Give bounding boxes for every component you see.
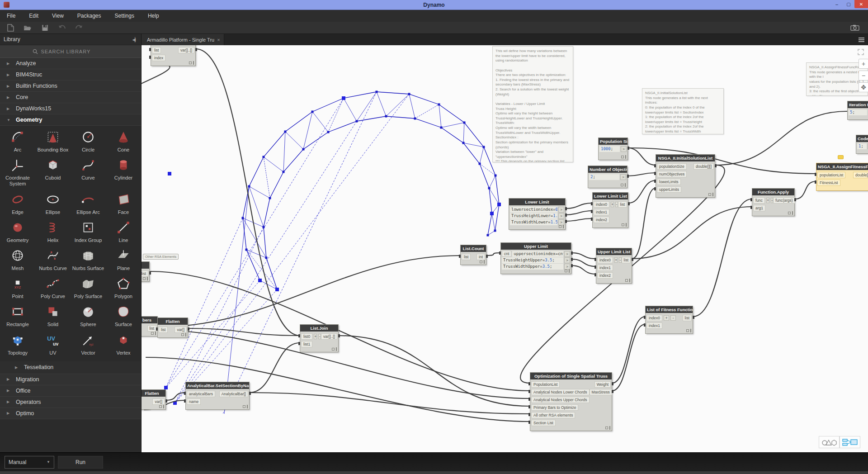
zoom-out-button[interactable]: − [859, 71, 868, 81]
output-port-icon[interactable]: > [558, 207, 564, 213]
node-list-count[interactable]: List.Countlistint [460, 245, 486, 265]
library-item-topology[interactable]: Topology [0, 331, 35, 359]
lacing-icons[interactable] [788, 211, 793, 215]
run-mode-select[interactable]: Manual ▼ [5, 456, 54, 469]
library-item-curve[interactable]: Curve [71, 156, 106, 190]
library-item-mesh[interactable]: Mesh [0, 246, 35, 274]
lacing-icons[interactable] [621, 183, 626, 187]
output-port-func-args-[interactable]: func(args) [773, 197, 795, 204]
input-port-index1[interactable]: index1 [646, 322, 662, 329]
library-item-solid[interactable]: Solid [35, 302, 71, 330]
new-file-icon[interactable] [4, 23, 17, 33]
input-port-index[interactable]: index [152, 55, 165, 61]
code-line[interactable]: TrussWidthLower=1.5; [510, 219, 557, 225]
library-item-helix[interactable]: Helix [35, 218, 71, 246]
lacing-icons[interactable] [181, 333, 186, 337]
input-port-list0[interactable]: list0 [301, 333, 312, 340]
library-item-nurbs-surface[interactable]: Nurbs Surface [71, 246, 106, 274]
menu-file[interactable]: File [0, 10, 22, 22]
lacing-icons[interactable] [708, 193, 713, 196]
output-port-var-[interactable]: var[]..[] [178, 47, 194, 53]
node-canvas[interactable]: This wil define how many variations betw… [142, 45, 868, 452]
lacing-icons[interactable] [605, 426, 610, 430]
input-port-index0[interactable]: index0 [646, 315, 662, 321]
output-port-list[interactable]: list [618, 201, 627, 208]
menu-settings[interactable]: Settings [108, 10, 141, 22]
node-upper-limit-list[interactable]: Upper Limit Listindex0+-listindex1index2 [596, 248, 632, 284]
node-population-size[interactable]: Population Size1000;> [598, 137, 628, 160]
node-function-apply[interactable]: Function.Applyfunc+-func(args)arg1 [752, 188, 795, 216]
library-category-geometry[interactable]: ▼Geometry [0, 114, 141, 126]
lacing-icons[interactable] [243, 405, 248, 408]
add-input-button[interactable]: + [614, 257, 618, 263]
node-members-cut[interactable]: berslist [142, 316, 158, 337]
redo-icon[interactable] [72, 23, 86, 33]
code-line[interactable]: 5; [849, 109, 867, 115]
geometry-view-button[interactable] [819, 436, 840, 448]
input-port-section-list[interactable]: Section List [531, 420, 556, 426]
menu-help[interactable]: Help [141, 10, 166, 22]
node-analyticalbar-setsectionbyname[interactable]: AnalyticalBar.SetSectionByNameanalytical… [185, 382, 250, 410]
lacing-icons[interactable] [143, 277, 148, 280]
note-nsga-initial[interactable]: NSGA_II.InitialSolutionList This node ge… [642, 88, 724, 134]
output-port-analyticalbar-[interactable]: AnalyticalBar[] [219, 391, 248, 397]
add-input-button[interactable]: + [766, 198, 769, 203]
input-port-arg1[interactable]: arg1 [753, 205, 765, 211]
output-port-list[interactable]: list [147, 325, 156, 332]
output-port-var-[interactable]: var[] [152, 398, 165, 405]
library-item-vector[interactable]: xyzVector [71, 331, 106, 359]
lacing-icons[interactable] [151, 332, 156, 335]
input-port-populationlist[interactable]: populationList [817, 172, 845, 178]
input-port-upperlimits[interactable]: upperLimits [657, 186, 681, 193]
lacing-icons[interactable] [559, 225, 564, 228]
library-category-optimo[interactable]: ▶Optimo [0, 408, 141, 419]
code-line[interactable]: 1; [857, 143, 867, 149]
output-port-weight[interactable]: Weight [594, 381, 611, 388]
workspace-menu-icon[interactable] [859, 38, 864, 42]
library-category-tessellation[interactable]: ▶Tessellation [0, 361, 141, 374]
library-item-coordinate-system[interactable]: Coordinate System [0, 156, 35, 190]
library-item-nurbs-curve[interactable]: Nurbs Curve [35, 246, 71, 274]
output-port-double-[interactable]: double[][] [853, 172, 868, 178]
node-upper-limit[interactable]: Upper Limitcntuppersectionindex=cnt-1;>T… [500, 242, 571, 274]
input-port-index2[interactable]: index2 [594, 217, 609, 223]
library-item-poly-surface[interactable]: Poly Surface [71, 274, 106, 302]
library-item-ellipse-arc[interactable]: Ellipse Arc [71, 190, 106, 218]
input-port-populationlist[interactable]: PopulationList [531, 381, 560, 388]
menu-packages[interactable]: Packages [71, 10, 108, 22]
library-item-edge[interactable]: Edge [0, 190, 35, 218]
node-lower-limit-list[interactable]: Lower Limit Listindex0+-listindex1index2 [592, 192, 628, 228]
node-flatten-lower[interactable]: Flattenvar[] [142, 389, 166, 410]
output-port-list[interactable]: list [683, 315, 692, 321]
output-port-maxstress[interactable]: MaxStress [590, 389, 612, 395]
library-item-geometry[interactable]: Geometry [0, 218, 35, 246]
library-category-builtin-functions[interactable]: ▶Builtin Functions [0, 81, 141, 92]
library-item-cuboid[interactable]: Cuboid [35, 156, 71, 190]
code-line[interactable]: TrussHeightUpper=3.5; [502, 257, 563, 263]
node-nsga-assignfitnessfuncresults[interactable]: NSGA_II.AssignFitnessFuncResultspopulati… [816, 163, 868, 191]
node-code-block[interactable]: Code Block1;> [856, 135, 868, 154]
input-port-index1[interactable]: index1 [594, 209, 609, 215]
node-lower-limit[interactable]: Lower Limitlowersectionindex=0;>TrussHei… [509, 198, 566, 230]
output-port-icon[interactable]: > [620, 174, 626, 180]
library-item-circle[interactable]: Circle [71, 128, 106, 156]
library-item-arc[interactable]: Arc [0, 128, 35, 156]
output-port-var-[interactable]: var[]..[] [321, 333, 337, 340]
library-category-office[interactable]: ▶Office [0, 385, 141, 397]
library-item-cylinder[interactable]: Cylinder [106, 156, 141, 190]
collapse-library-icon[interactable]: ◀▏ [132, 37, 137, 42]
tab-close-icon[interactable]: × [217, 37, 220, 43]
graph-view-button[interactable] [840, 436, 860, 448]
library-item-bounding-box[interactable]: Bounding Box [35, 128, 71, 156]
input-port-lowerlimits[interactable]: lowerLimits [657, 179, 681, 185]
input-port-func[interactable]: func [753, 197, 765, 204]
add-input-button[interactable]: + [664, 315, 669, 321]
input-port-cnt[interactable]: cnt [502, 251, 511, 257]
input-port-all-other-rsa-elements[interactable]: All other RSA elements [531, 412, 575, 418]
code-line[interactable]: 1000; [599, 146, 620, 152]
input-port-numobjectives[interactable]: numObjectives [657, 171, 687, 177]
input-port-list1[interactable]: list1 [301, 341, 312, 347]
library-category-migration[interactable]: ▶Migration [0, 374, 141, 385]
pan-button[interactable]: ✥ [859, 82, 868, 92]
lacing-icons[interactable] [480, 260, 485, 264]
